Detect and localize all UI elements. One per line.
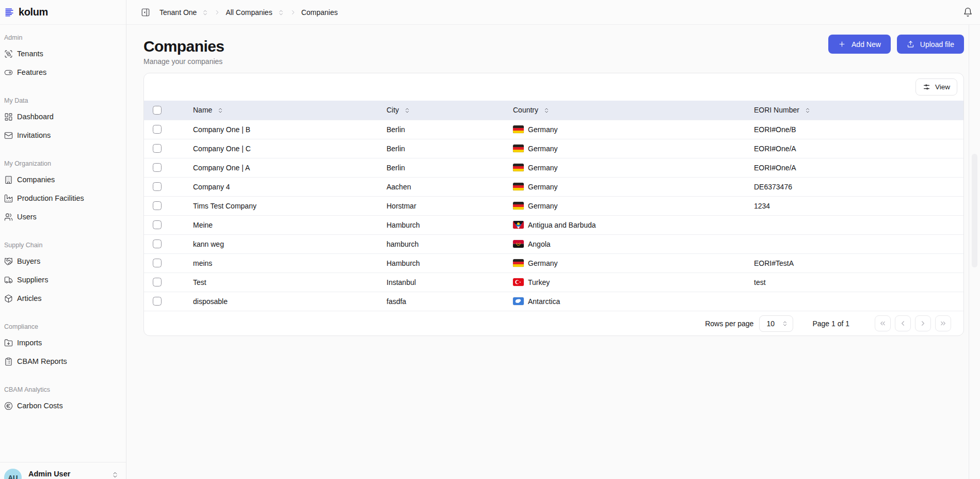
sidebar-item-cbam-reports[interactable]: CBAM Reports [4,352,122,371]
row-checkbox[interactable] [153,182,162,191]
cell-eori [745,234,963,253]
chevron-right-icon [290,9,297,16]
cell-city: Aachen [378,177,504,196]
chevrons-up-down-icon[interactable] [202,9,208,16]
sliders-icon [923,83,930,91]
select-all-checkbox[interactable] [153,106,162,115]
sidebar-item-label: Suppliers [17,276,48,284]
upload-file-button[interactable]: Upload file [897,35,964,54]
sidebar-item-suppliers[interactable]: Suppliers [4,270,122,289]
upload-file-label: Upload file [920,40,954,49]
table-row: Company One | CBerlinGermanyEORI#One/A [144,139,963,158]
row-checkbox[interactable] [153,297,162,306]
view-button[interactable]: View [915,78,957,95]
row-checkbox[interactable] [153,125,162,134]
sidebar-item-label: Tenants [17,50,43,58]
flag-aq-icon [513,297,524,305]
row-checkbox[interactable] [153,259,162,267]
row-checkbox[interactable] [153,163,162,172]
sidebar-item-articles[interactable]: Articles [4,289,122,308]
last-page-button[interactable] [935,315,951,331]
sort-icon[interactable] [543,107,550,114]
row-checkbox[interactable] [153,201,162,210]
cell-country: Antarctica [504,292,745,311]
scrollbar-thumb[interactable] [972,154,977,267]
suppliers-icon [4,276,13,284]
sort-icon[interactable] [404,107,410,114]
cell-name: Company One | A [184,158,378,177]
cell-name: Meine [184,215,378,234]
breadcrumb-item-tenant-one[interactable]: Tenant One [159,8,197,17]
companies-table: NameCityCountryEORI Number Company One |… [144,101,963,311]
breadcrumb-item-all-companies[interactable]: All Companies [226,8,272,17]
companies-table-card: View NameCityCountryEORI Number Company … [143,73,964,336]
prev-page-button[interactable] [895,315,911,331]
chevrons-up-down-icon[interactable] [278,9,284,16]
cell-country: Germany [504,158,745,177]
user-menu[interactable]: AU Admin User [0,462,126,479]
country-label: Antarctica [528,297,560,306]
column-header-country: Country [504,101,745,120]
articles-icon [4,294,13,303]
chevrons-right-icon [939,320,947,327]
sidebar-item-buyers[interactable]: Buyers [4,252,122,270]
sidebar-section-title-cbam-analytics: CBAM Analytics [4,386,122,393]
next-page-button[interactable] [915,315,931,331]
sidebar-item-label: Features [17,68,46,76]
invitations-icon [4,131,13,140]
sort-icon[interactable] [805,107,811,114]
row-checkbox[interactable] [153,278,162,286]
row-checkbox[interactable] [153,220,162,229]
cell-city: Hamburch [378,253,504,273]
sidebar-section-title-my-data: My Data [4,97,122,104]
table-row: kann weghamburchAngola [144,234,963,253]
sidebar-toggle-icon[interactable] [141,8,150,17]
flag-de-icon [513,125,524,133]
logo: kolum [0,0,126,25]
pagination-bar: Rows per page 10 Page 1 of 1 [144,311,963,336]
tenants-icon [4,50,13,58]
cell-country: Germany [504,177,745,196]
table-row: Tims Test CompanyHorstmarGermany1234 [144,196,963,215]
sidebar: kolum AdminTenantsFeaturesMy DataDashboa… [0,0,126,479]
cell-name: disposable [184,292,378,311]
breadcrumb: Tenant OneAll CompaniesCompanies [159,8,338,17]
cell-eori: DE6373476 [745,177,963,196]
table-header-row: NameCityCountryEORI Number [144,101,963,120]
cell-name: Test [184,273,378,292]
sidebar-item-imports[interactable]: Imports [4,333,122,352]
sidebar-item-carbon-costs[interactable]: Carbon Costs [4,396,122,415]
main-area: Tenant OneAll CompaniesCompanies Compani… [126,0,980,479]
sidebar-item-production-facilities[interactable]: Production Facilities [4,189,122,207]
sidebar-item-features[interactable]: Features [4,63,122,82]
sidebar-item-companies[interactable]: Companies [4,170,122,189]
sidebar-item-invitations[interactable]: Invitations [4,126,122,145]
flag-de-icon [513,202,524,210]
country-label: Turkey [528,278,550,286]
row-checkbox[interactable] [153,144,162,153]
chevron-right-icon [214,9,221,16]
brand-name: kolum [19,6,48,18]
cell-city: Hamburch [378,215,504,234]
sidebar-section-title-supply-chain: Supply Chain [4,242,122,249]
first-page-button[interactable] [875,315,891,331]
sidebar-item-label: Dashboard [17,113,54,121]
table-row: Company One | BBerlinGermanyEORI#One/B [144,120,963,139]
add-new-button[interactable]: Add New [828,35,891,54]
cell-eori: EORI#One/A [745,139,963,158]
cell-country: Germany [504,253,745,273]
scrollbar-track[interactable] [969,25,980,479]
breadcrumb-item-companies[interactable]: Companies [301,8,338,17]
row-checkbox[interactable] [153,240,162,248]
sort-icon[interactable] [217,107,223,114]
sidebar-item-dashboard[interactable]: Dashboard [4,107,122,126]
carbon-costs-icon [4,402,13,410]
sidebar-item-tenants[interactable]: Tenants [4,44,122,63]
bell-icon[interactable] [963,7,973,17]
table-row: Company One | ABerlinGermanyEORI#One/A [144,158,963,177]
flag-ao-icon [513,240,524,248]
rows-per-page-select[interactable]: 10 [759,315,793,332]
cell-city: hamburch [378,234,504,253]
country-label: Germany [528,145,558,153]
sidebar-item-users[interactable]: Users [4,207,122,226]
